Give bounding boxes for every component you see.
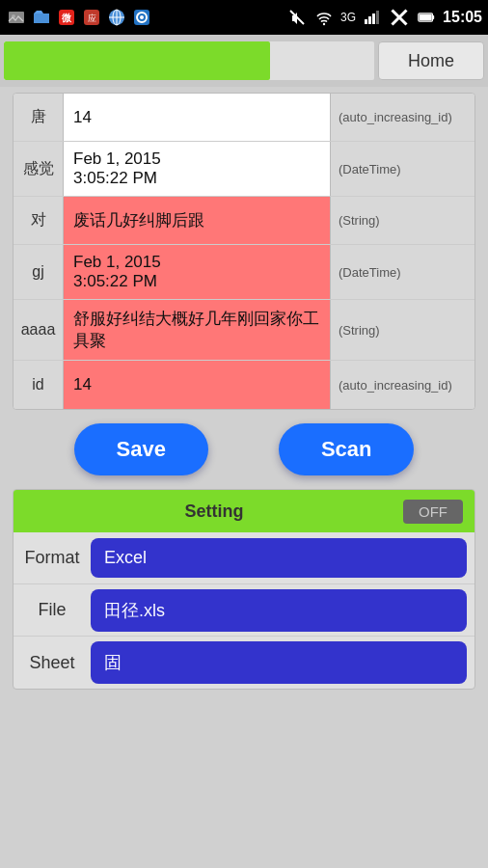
blue-app-icon: [131, 7, 152, 28]
progress-bar: [4, 41, 270, 80]
settings-value-sheet[interactable]: 固: [91, 641, 467, 684]
app-icon-red: 应: [81, 7, 102, 28]
home-label: Home: [408, 51, 454, 71]
svg-point-14: [323, 23, 325, 25]
status-icons: 微 应: [6, 7, 152, 28]
x-icon: [389, 7, 410, 28]
settings-panel: Setting OFF Format Excel File 田径.xls She…: [13, 489, 475, 690]
save-button[interactable]: Save: [74, 423, 208, 475]
svg-point-12: [140, 15, 144, 19]
browser-icon: [106, 7, 127, 28]
svg-rect-22: [433, 15, 435, 19]
folder-icon: [31, 7, 52, 28]
network-label: 3G: [340, 11, 356, 24]
home-button[interactable]: Home: [378, 41, 484, 80]
table-row: 唐 14 (auto_increasing_id): [14, 94, 474, 142]
data-table: 唐 14 (auto_increasing_id) 感觉 Feb 1, 2015…: [13, 93, 475, 410]
wifi-icon: [313, 7, 335, 28]
row-value-2[interactable]: 废话几好纠脚后跟: [64, 197, 330, 244]
table-row: 对 废话几好纠脚后跟 (String): [14, 197, 474, 245]
svg-rect-17: [372, 14, 375, 24]
picture-icon: [6, 7, 27, 28]
svg-rect-16: [368, 16, 371, 24]
row-type-5: (auto_increasing_id): [330, 361, 474, 409]
status-bar: 微 应: [0, 0, 488, 35]
progress-container: [4, 41, 374, 80]
table-row: 感觉 Feb 1, 2015 3:05:22 PM (DateTime): [14, 142, 474, 197]
settings-label-format: Format: [14, 548, 91, 568]
row-type-4: (String): [330, 300, 474, 360]
status-right: 3G 15:05: [286, 7, 482, 28]
row-value-0[interactable]: 14: [64, 94, 330, 141]
row-value-4[interactable]: 舒服好纠结大概好几年刚回家你工具聚: [64, 300, 330, 360]
settings-value-file[interactable]: 田径.xls: [91, 589, 467, 632]
mute-icon: [286, 7, 308, 28]
row-type-3: (DateTime): [330, 245, 474, 299]
clock: 15:05: [443, 9, 482, 26]
row-label-4: aaaa: [14, 300, 64, 360]
row-value-1[interactable]: Feb 1, 2015 3:05:22 PM: [64, 142, 330, 196]
table-row: gj Feb 1, 2015 3:05:22 PM (DateTime): [14, 245, 474, 300]
battery-icon: [416, 7, 437, 28]
svg-rect-23: [420, 14, 432, 21]
settings-label-file: File: [14, 600, 91, 620]
settings-row-format: Format Excel: [14, 532, 474, 584]
svg-rect-18: [376, 11, 379, 24]
svg-rect-15: [365, 19, 367, 24]
row-label-3: gj: [14, 245, 64, 299]
row-type-1: (DateTime): [330, 142, 474, 196]
row-label-5: id: [14, 361, 64, 409]
row-value-5[interactable]: 14: [64, 361, 330, 409]
row-label-0: 唐: [14, 94, 64, 141]
row-label-2: 对: [14, 197, 64, 244]
signal-icon: [362, 7, 383, 28]
row-label-1: 感觉: [14, 142, 64, 196]
settings-title: Setting: [25, 502, 403, 522]
settings-toggle[interactable]: OFF: [403, 500, 463, 524]
buttons-row: Save Scan: [0, 410, 488, 489]
settings-row-file: File 田径.xls: [14, 584, 474, 637]
svg-text:应: 应: [88, 14, 96, 23]
settings-label-sheet: Sheet: [14, 653, 91, 673]
top-bar: Home: [0, 35, 488, 87]
table-row: id 14 (auto_increasing_id): [14, 361, 474, 409]
svg-rect-0: [9, 12, 24, 23]
row-type-2: (String): [330, 197, 474, 244]
row-type-0: (auto_increasing_id): [330, 94, 474, 141]
weibo-icon: 微: [56, 7, 77, 28]
settings-row-sheet: Sheet 固: [14, 637, 474, 689]
row-value-3[interactable]: Feb 1, 2015 3:05:22 PM: [64, 245, 330, 299]
settings-header: Setting OFF: [14, 490, 474, 532]
settings-value-format[interactable]: Excel: [91, 538, 467, 578]
scan-button[interactable]: Scan: [279, 423, 415, 475]
table-row: aaaa 舒服好纠结大概好几年刚回家你工具聚 (String): [14, 300, 474, 361]
svg-text:微: 微: [61, 13, 72, 23]
